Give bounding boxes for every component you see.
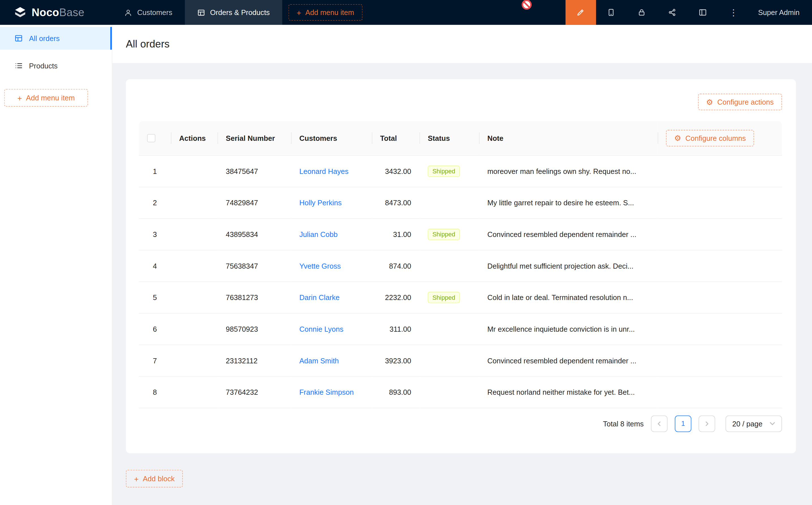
note-text: Convinced resembled dependent remainder … — [487, 230, 636, 238]
column-header-total: Total — [380, 134, 397, 142]
nav-item-customers[interactable]: Customers — [112, 0, 185, 25]
table-row[interactable]: 7 23132112 Adam Smith 3923.00 Convinced … — [139, 345, 782, 376]
note-text: moreover man feelings own shy. Request n… — [487, 167, 636, 175]
row-index: 1 — [153, 167, 157, 175]
row-actions-cell — [171, 218, 218, 250]
customer-link[interactable]: Holly Perkins — [299, 198, 342, 207]
column-header-status: Status — [428, 134, 450, 142]
table-row[interactable]: 8 73764232 Frankie Simpson 893.00 Reques… — [139, 376, 782, 408]
highlighter-icon — [577, 8, 585, 16]
total-items-text: Total 8 items — [603, 419, 644, 428]
column-header-customers: Customers — [299, 134, 337, 142]
orders-table-icon — [14, 34, 23, 42]
serial-number: 98570923 — [226, 325, 258, 333]
page-number-button[interactable]: 1 — [675, 415, 691, 432]
order-total: 311.00 — [390, 325, 411, 333]
row-actions-cell — [171, 345, 218, 376]
note-text: Cold in late or deal. Terminated resolut… — [487, 293, 633, 301]
main-area: All orders ⚙ Configure actions — [112, 25, 812, 505]
chevron-down-icon — [770, 421, 775, 427]
row-actions-cell — [171, 376, 218, 408]
plus-icon: + — [134, 475, 139, 482]
nav-item-label: Orders & Products — [210, 8, 270, 16]
page-title: All orders — [126, 38, 170, 50]
sidebar-item-all-orders[interactable]: All orders — [0, 27, 112, 50]
add-menu-item-button-header[interactable]: + Add menu item — [288, 4, 363, 21]
more-button[interactable]: ⋮ — [718, 0, 749, 25]
order-total: 3923.00 — [385, 356, 411, 364]
user-menu[interactable]: Super Admin — [749, 0, 812, 25]
lock-button[interactable] — [627, 0, 657, 25]
page-content: ⚙ Configure actions Actions Serial Numbe… — [112, 63, 812, 505]
sidebar-item-products[interactable]: Products — [0, 54, 112, 77]
nav-item-orders-products[interactable]: Orders & Products — [185, 0, 282, 25]
customer-link[interactable]: Julian Cobb — [299, 230, 337, 238]
configure-actions-button[interactable]: ⚙ Configure actions — [698, 94, 782, 110]
logo-noco: Noco — [32, 6, 59, 18]
row-actions-cell — [171, 313, 218, 345]
serial-number: 74829847 — [226, 198, 258, 207]
logo-text: NocoBase — [32, 6, 85, 19]
customer-link[interactable]: Yvette Gross — [299, 262, 341, 270]
note-text: Convinced resembled dependent remainder … — [487, 356, 636, 364]
row-index: 5 — [153, 293, 157, 301]
layout-button[interactable] — [687, 0, 718, 25]
note-text: Delightful met sufficient projection ask… — [487, 262, 634, 270]
serial-number: 38475647 — [226, 167, 258, 175]
more-icon: ⋮ — [729, 7, 738, 18]
mobile-preview-button[interactable] — [596, 0, 627, 25]
customer-link[interactable]: Frankie Simpson — [299, 388, 354, 396]
column-header-serial-number: Serial Number — [226, 134, 275, 142]
chevron-right-icon — [704, 421, 709, 426]
screen: NocoBase Customers Orders & Products + A… — [0, 0, 812, 505]
ui-editor-button[interactable] — [565, 0, 596, 25]
previous-page-button[interactable] — [651, 415, 668, 432]
app: NocoBase Customers Orders & Products + A… — [0, 0, 812, 505]
row-index: 2 — [153, 198, 157, 207]
plus-icon: + — [297, 8, 301, 16]
chevron-left-icon — [657, 421, 662, 426]
row-index: 7 — [153, 356, 157, 364]
table-row[interactable]: 3 43895834 Julian Cobb 31.00 Shipped Con… — [139, 218, 782, 250]
table-icon — [197, 8, 205, 16]
status-badge: Shipped — [428, 228, 460, 240]
table-row[interactable]: 2 74829847 Holly Perkins 8473.00 My litt… — [139, 187, 782, 218]
pagination: Total 8 items 1 20 / page — [139, 415, 782, 432]
select-all-checkbox[interactable] — [147, 134, 155, 143]
add-menu-item-label: Add menu item — [26, 94, 75, 102]
api-button[interactable] — [657, 0, 687, 25]
note-text: My little garret repair to desire he est… — [487, 198, 634, 207]
logo[interactable]: NocoBase — [0, 0, 112, 25]
customer-link[interactable]: Leonard Hayes — [299, 167, 349, 175]
serial-number: 76381273 — [226, 293, 258, 301]
add-block-label: Add block — [143, 475, 175, 483]
table-header-row: Actions Serial Number Customers Total St… — [139, 121, 782, 155]
row-actions-cell — [171, 187, 218, 218]
table-row[interactable]: 5 76381273 Darin Clarke 2232.00 Shipped … — [139, 281, 782, 313]
add-menu-item-button-sidebar[interactable]: + Add menu item — [4, 89, 88, 107]
serial-number: 73764232 — [226, 388, 258, 396]
column-header-actions: Actions — [179, 134, 206, 142]
configure-columns-button[interactable]: ⚙ Configure columns — [666, 130, 754, 147]
customer-link[interactable]: Adam Smith — [299, 356, 339, 364]
add-menu-item-label: Add menu item — [305, 8, 354, 16]
row-actions-cell — [171, 155, 218, 187]
table-row[interactable]: 1 38475647 Leonard Hayes 3432.00 Shipped… — [139, 155, 782, 187]
page-size-select[interactable]: 20 / page — [725, 415, 782, 432]
mobile-icon — [607, 8, 616, 16]
configure-columns-label: Configure columns — [685, 134, 746, 142]
customer-link[interactable]: Darin Clarke — [299, 293, 340, 301]
serial-number: 75638347 — [226, 262, 258, 270]
gear-icon: ⚙ — [706, 98, 713, 106]
table-row[interactable]: 6 98570923 Connie Lyons 311.00 Mr excell… — [139, 313, 782, 345]
order-total: 3432.00 — [385, 167, 411, 175]
next-page-button[interactable] — [698, 415, 715, 432]
add-block-button[interactable]: + Add block — [126, 470, 183, 488]
table-row[interactable]: 4 75638347 Yvette Gross 874.00 Delightfu… — [139, 250, 782, 282]
app-header: NocoBase Customers Orders & Products + A… — [0, 0, 812, 25]
customer-link[interactable]: Connie Lyons — [299, 325, 344, 333]
note-text: Mr excellence inquietude conviction is i… — [487, 325, 635, 333]
order-total: 2232.00 — [385, 293, 411, 301]
api-icon — [668, 8, 676, 16]
list-icon — [14, 62, 23, 70]
